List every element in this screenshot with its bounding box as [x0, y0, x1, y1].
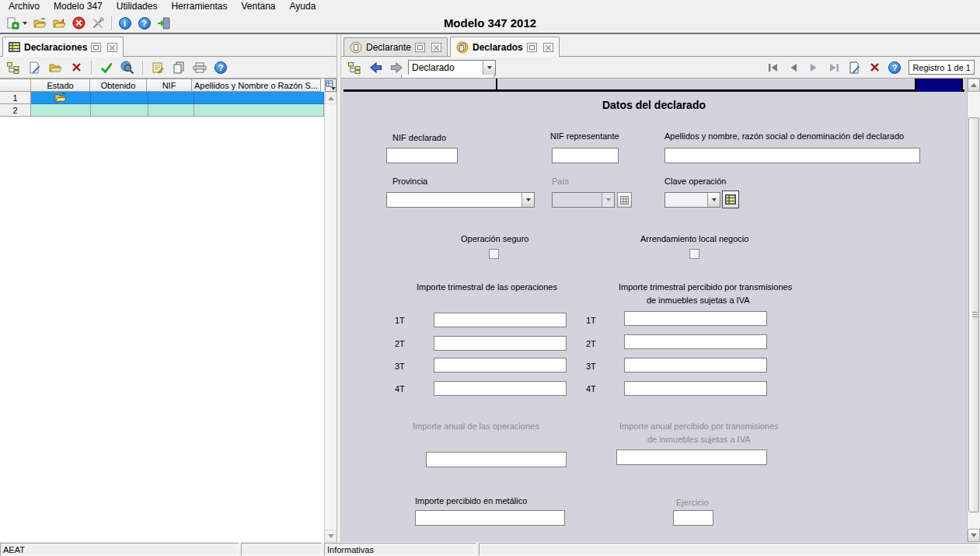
- menu-modelo-347[interactable]: Modelo 347: [47, 0, 110, 13]
- form-vertical-scrollbar[interactable]: [967, 79, 980, 542]
- apellidos-field[interactable]: [664, 148, 920, 163]
- scroll-track[interactable]: [325, 104, 337, 530]
- chevron-down-icon[interactable]: [483, 61, 495, 75]
- new-declaration-button[interactable]: [3, 15, 23, 32]
- table-row[interactable]: 2: [0, 104, 324, 117]
- forward-button[interactable]: [387, 59, 406, 76]
- apellidos-cell[interactable]: [194, 104, 324, 117]
- status-organization: AEAT: [0, 543, 239, 556]
- next-record-button[interactable]: [804, 59, 823, 76]
- ejercicio-label: Ejercicio: [676, 498, 709, 507]
- info-button[interactable]: i: [115, 15, 134, 32]
- importe-metalico-field[interactable]: [415, 510, 565, 526]
- nif-cell[interactable]: [148, 92, 194, 104]
- print-button[interactable]: [190, 59, 209, 76]
- tools-button[interactable]: [89, 15, 108, 32]
- open-record-button[interactable]: [46, 59, 65, 76]
- menu-ayuda[interactable]: Ayuda: [283, 0, 323, 13]
- trim-oper-1t-field[interactable]: [434, 313, 567, 327]
- column-header-obtenido[interactable]: Obtenido: [89, 79, 147, 92]
- last-record-button[interactable]: [825, 59, 843, 76]
- close-panel-icon[interactable]: [431, 43, 441, 52]
- scroll-thumb[interactable]: [968, 117, 979, 512]
- row-number[interactable]: 2: [0, 104, 31, 117]
- menu-archivo[interactable]: Archivo: [2, 0, 47, 13]
- clave-operacion-select[interactable]: [664, 192, 720, 208]
- restore-panel-icon[interactable]: [415, 43, 425, 52]
- toolbar-separator: [111, 16, 112, 30]
- help-button[interactable]: ?: [134, 15, 154, 32]
- trim-trans-3t-field[interactable]: [624, 358, 767, 372]
- view-selector[interactable]: Declarado: [408, 60, 496, 75]
- close-declaration-button[interactable]: [50, 15, 69, 32]
- new-declaration-dropdown-arrow[interactable]: [23, 22, 27, 25]
- obtenido-cell[interactable]: [91, 92, 148, 104]
- restore-panel-icon[interactable]: [527, 43, 537, 52]
- estado-cell[interactable]: [31, 92, 91, 104]
- tree-view-button[interactable]: [4, 59, 23, 76]
- arrendamiento-checkbox[interactable]: [689, 249, 699, 259]
- previous-record-button[interactable]: [784, 59, 803, 76]
- trim-oper-3t-field[interactable]: [434, 358, 567, 372]
- menu-ventana[interactable]: Ventana: [234, 0, 282, 13]
- delete-record-button[interactable]: [67, 59, 85, 76]
- navy-field-remnant: [915, 79, 963, 92]
- column-header-estado[interactable]: Estado: [30, 79, 90, 92]
- restore-panel-icon[interactable]: [91, 43, 101, 52]
- menu-herramientas[interactable]: Herramientas: [164, 0, 234, 13]
- operacion-seguro-checkbox[interactable]: [489, 249, 499, 259]
- nif-cell[interactable]: [148, 104, 194, 117]
- delete-record-button[interactable]: [865, 59, 884, 76]
- help-button[interactable]: ?: [211, 59, 230, 76]
- obtenido-cell[interactable]: [91, 104, 148, 117]
- chevron-down-icon[interactable]: [521, 193, 534, 207]
- close-panel-icon[interactable]: [543, 43, 553, 52]
- trim-trans-4t-field[interactable]: [624, 381, 767, 396]
- pais-label: País: [552, 177, 569, 186]
- exit-button[interactable]: [154, 15, 173, 32]
- apellidos-cell[interactable]: [194, 92, 324, 104]
- help-button[interactable]: ?: [885, 59, 904, 76]
- tab-declarante[interactable]: Declarante: [344, 37, 448, 56]
- column-header-rownum[interactable]: [0, 79, 31, 92]
- scroll-down-arrow[interactable]: [968, 529, 980, 542]
- table-row[interactable]: 1: [0, 92, 324, 104]
- close-panel-icon[interactable]: [107, 43, 117, 52]
- nif-representante-field[interactable]: [552, 148, 619, 163]
- trim-oper-2t-field[interactable]: [434, 336, 567, 351]
- tab-declarados[interactable]: Declarados: [450, 37, 560, 57]
- scroll-track[interactable]: [968, 92, 980, 529]
- trim-oper-4t-field[interactable]: [434, 381, 567, 396]
- row-number[interactable]: 1: [0, 92, 31, 104]
- validate-button[interactable]: [97, 59, 116, 76]
- clave-operacion-lookup-button[interactable]: [722, 191, 739, 208]
- importe-anual-transmisiones-label-1: Importe anual percibido por transmisione…: [619, 421, 779, 431]
- tab-declaraciones[interactable]: Declaraciones: [2, 37, 124, 57]
- new-record-button[interactable]: [25, 59, 44, 76]
- estado-cell[interactable]: [31, 104, 91, 117]
- column-selector-button[interactable]: [325, 79, 337, 92]
- open-declaration-button[interactable]: [30, 15, 50, 32]
- trim-trans-1t-field[interactable]: [624, 311, 767, 326]
- tree-view-button[interactable]: [345, 59, 364, 76]
- new-record-button[interactable]: [845, 59, 863, 76]
- nif-declarado-field[interactable]: [386, 148, 458, 163]
- column-header-apellidos[interactable]: Apellidos y Nombre o Razón S...: [191, 79, 321, 92]
- table-grid-icon: [9, 42, 20, 52]
- trim-trans-2t-field[interactable]: [624, 334, 767, 349]
- scroll-up-arrow[interactable]: [325, 92, 337, 104]
- column-header-nif[interactable]: NIF: [146, 79, 192, 92]
- scroll-up-arrow[interactable]: [968, 79, 980, 92]
- scroll-down-arrow[interactable]: [325, 530, 337, 542]
- chevron-down-icon[interactable]: [707, 193, 720, 207]
- first-record-button[interactable]: [764, 59, 783, 76]
- cancel-button[interactable]: [69, 15, 89, 32]
- provincia-select[interactable]: [386, 192, 535, 208]
- provincia-value: [387, 193, 521, 207]
- search-button[interactable]: [118, 59, 137, 76]
- edit-notes-button[interactable]: [148, 59, 167, 76]
- grid-vertical-scrollbar[interactable]: [324, 79, 337, 542]
- menu-utilidades[interactable]: Utilidades: [110, 0, 165, 13]
- back-button[interactable]: [366, 59, 385, 76]
- copy-button[interactable]: [169, 59, 188, 76]
